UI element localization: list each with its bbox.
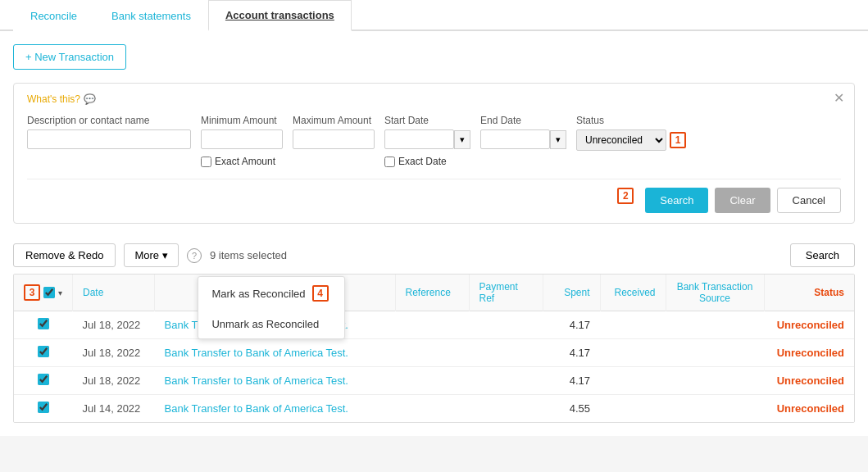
exact-amount-checkbox[interactable] (201, 157, 211, 167)
row-payment-ref (469, 339, 543, 367)
row-checkbox-cell (14, 395, 73, 423)
row-bank-source (666, 311, 764, 339)
table-row: Jul 14, 2022 Bank Transfer to Bank of Am… (14, 395, 854, 423)
row-bank-source (666, 339, 764, 367)
chevron-down-icon: ▾ (162, 249, 168, 261)
more-dropdown-container: More ▾ Mark as Reconciled 4 Unmark as Re… (124, 243, 179, 267)
row-payment-ref (469, 367, 543, 395)
start-date-label: Start Date (384, 115, 470, 126)
row-date: Jul 18, 2022 (73, 339, 155, 367)
description-input[interactable] (27, 129, 191, 149)
transactions-table: 3 ▾ Date Reference Payment Ref Spent Rec… (14, 275, 854, 422)
th-spent: Spent (543, 275, 600, 311)
row-date: Jul 14, 2022 (73, 395, 155, 423)
row-checkbox[interactable] (38, 374, 49, 385)
help-icon[interactable]: ? (187, 248, 202, 263)
close-panel-button[interactable]: ✕ (834, 92, 844, 105)
min-amount-label: Minimum Amount (201, 115, 283, 126)
table-row: Jul 18, 2022 Bank Transfer to Bank of Am… (14, 339, 854, 367)
row-checkbox-cell (14, 311, 73, 339)
row-reference (395, 339, 469, 367)
start-date-cal-button[interactable]: ▾ (454, 130, 470, 149)
mark-reconciled-item[interactable]: Mark as Reconciled 4 (198, 277, 344, 310)
exact-amount-label: Exact Amount (215, 156, 275, 167)
table-header-row: 3 ▾ Date Reference Payment Ref Spent Rec… (14, 275, 854, 311)
table-row: Jul 18, 2022 Bank Transfer to Bank of Am… (14, 367, 854, 395)
min-amount-group: Minimum Amount Exact Amount (201, 115, 283, 167)
status-group: Status Unreconciled Reconciled All 1 (576, 115, 686, 151)
end-date-cal-button[interactable]: ▾ (550, 130, 566, 149)
th-received: Received (600, 275, 666, 311)
status-row: Unreconciled Reconciled All 1 (576, 129, 686, 151)
tab-account-transactions[interactable]: Account transactions (208, 0, 352, 31)
more-label: More (134, 249, 159, 261)
row-date: Jul 18, 2022 (73, 311, 155, 339)
date-sort-arrow: ▾ (58, 288, 62, 297)
end-date-input[interactable] (480, 129, 550, 149)
row-spent: 4.17 (543, 311, 600, 339)
exact-date-label: Exact Date (398, 156, 447, 167)
row-description[interactable]: Bank Transfer to Bank of America Test. (155, 367, 396, 395)
filter-clear-button[interactable]: Clear (715, 188, 770, 213)
status-select[interactable]: Unreconciled Reconciled All (576, 129, 666, 151)
exact-date-row: Exact Date (384, 156, 470, 167)
table-row: Jul 18, 2022 Bank Transfer to Bank of Am… (14, 311, 854, 339)
description-label: Description or contact name (27, 115, 191, 126)
row-checkbox[interactable] (38, 402, 49, 413)
row-description[interactable]: Bank Transfer to Bank of America Test. (155, 339, 396, 367)
tab-bank-statements[interactable]: Bank statements (94, 0, 208, 31)
toolbar: Remove & Redo More ▾ Mark as Reconciled … (13, 237, 855, 274)
exact-date-checkbox[interactable] (384, 157, 395, 167)
row-checkbox[interactable] (38, 318, 49, 329)
mark-reconciled-label: Mark as Reconciled (211, 288, 305, 300)
th-checkbox: 3 ▾ (14, 275, 73, 311)
filter-actions: 2 Search Clear Cancel (27, 179, 841, 213)
description-group: Description or contact name (27, 115, 191, 149)
end-date-label: End Date (480, 115, 566, 126)
min-amount-input[interactable] (201, 129, 283, 149)
badge-2: 2 (617, 188, 634, 204)
row-date: Jul 18, 2022 (73, 367, 155, 395)
row-status: Unreconciled (764, 367, 854, 395)
row-bank-source (666, 395, 764, 423)
th-payment-ref: Payment Ref (469, 275, 543, 311)
row-description[interactable]: Bank Transfer to Bank of America Test. (155, 395, 396, 423)
filter-cancel-button[interactable]: Cancel (777, 188, 841, 213)
row-received (600, 311, 666, 339)
row-checkbox[interactable] (38, 346, 49, 357)
unmark-reconciled-item[interactable]: Unmark as Reconciled (198, 310, 344, 338)
start-date-input[interactable] (384, 129, 454, 149)
remove-redo-button[interactable]: Remove & Redo (13, 243, 116, 267)
th-reference: Reference (395, 275, 469, 311)
new-transaction-button[interactable]: + New Transaction (13, 44, 126, 70)
toolbar-search-button[interactable]: Search (790, 243, 855, 267)
filter-search-button[interactable]: Search (645, 188, 708, 213)
th-date[interactable]: Date (73, 275, 155, 311)
more-dropdown-menu: Mark as Reconciled 4 Unmark as Reconcile… (198, 276, 345, 339)
exact-amount-row: Exact Amount (201, 156, 283, 167)
max-amount-group: Maximum Amount (293, 115, 375, 149)
th-status: Status (764, 275, 854, 311)
select-all-checkbox[interactable] (43, 287, 55, 298)
row-spent: 4.17 (543, 367, 600, 395)
filter-fields: Description or contact name Minimum Amou… (27, 115, 841, 167)
filter-header: What's this? 💬 (27, 93, 841, 105)
badge-3: 3 (24, 284, 40, 301)
max-amount-input[interactable] (293, 129, 375, 149)
status-label: Status (576, 115, 686, 126)
row-status: Unreconciled (764, 395, 854, 423)
transactions-table-wrapper: 3 ▾ Date Reference Payment Ref Spent Rec… (13, 274, 855, 423)
selected-count: 9 items selected (210, 249, 287, 261)
row-status: Unreconciled (764, 311, 854, 339)
row-spent: 4.17 (543, 339, 600, 367)
max-amount-label: Maximum Amount (293, 115, 375, 126)
whats-this-link[interactable]: What's this? 💬 (27, 93, 96, 105)
row-received (600, 395, 666, 423)
tab-reconcile[interactable]: Reconcile (13, 0, 94, 31)
unmark-reconciled-label: Unmark as Reconciled (211, 318, 319, 330)
end-date-group: End Date ▾ (480, 115, 566, 149)
table-body: Jul 18, 2022 Bank Transfer to Bank of Am… (14, 311, 854, 423)
more-button[interactable]: More ▾ (124, 243, 179, 267)
row-checkbox-cell (14, 339, 73, 367)
row-bank-source (666, 367, 764, 395)
